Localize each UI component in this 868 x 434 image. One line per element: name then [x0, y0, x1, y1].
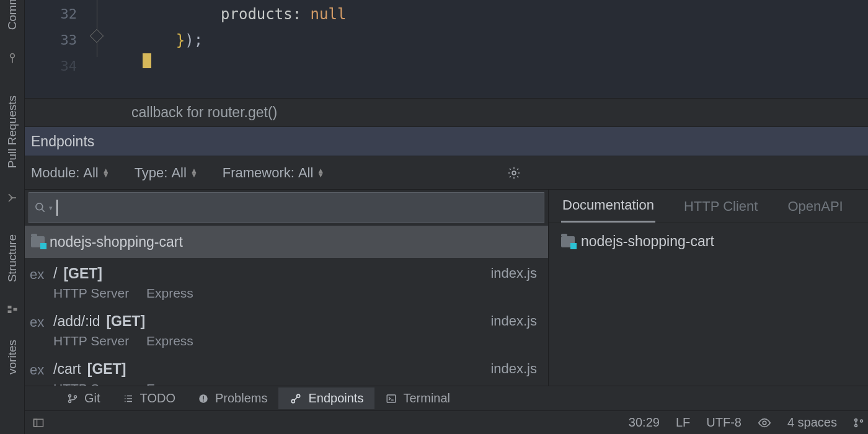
endpoint-method: [GET] — [63, 265, 102, 282]
endpoint-badge: ex — [30, 361, 50, 378]
svg-point-7 — [69, 400, 71, 402]
status-cursor-position[interactable]: 30:29 — [629, 415, 660, 430]
code-token-key: products: — [221, 6, 301, 23]
fold-marker-icon[interactable] — [90, 29, 104, 43]
endpoint-server: HTTP Server — [53, 286, 129, 300]
doc-project-name: nodejs-shopping-cart — [581, 233, 714, 250]
chevron-updown-icon: ▲▼ — [102, 169, 110, 177]
endpoint-method: [GET] — [106, 313, 145, 330]
endpoint-path: / — [53, 265, 57, 282]
svg-point-5 — [36, 203, 43, 210]
svg-rect-1 — [8, 306, 12, 309]
endpoint-server: HTTP Server — [53, 334, 129, 348]
editor-region: 32 33 34 products: null }); — [25, 0, 868, 98]
project-name: nodejs-shopping-cart — [50, 234, 183, 250]
tab-todo[interactable]: TODO — [112, 388, 187, 409]
endpoint-framework: Express — [146, 286, 193, 300]
git-branch-icon[interactable] — [853, 416, 864, 430]
svg-rect-2 — [8, 311, 12, 314]
bottom-tool-tabs: Git TODO Problems Endpoints — [25, 386, 868, 410]
endpoint-row[interactable]: ex /add/:id [GET] HTTP Server Express — [25, 306, 548, 353]
rail-item-pull-requests[interactable]: Pull Requests — [6, 95, 19, 168]
tab-documentation[interactable]: Documentation — [561, 190, 655, 223]
todo-list-icon — [123, 393, 134, 404]
endpoints-list: ex / [GET] HTTP Server Express index.j — [25, 258, 548, 386]
chevron-updown-icon: ▲▼ — [317, 169, 324, 177]
chevron-updown-icon: ▲▼ — [190, 169, 198, 177]
project-group-row[interactable]: nodejs-shopping-cart — [25, 226, 548, 258]
svg-rect-15 — [34, 419, 43, 427]
endpoint-row[interactable]: ex /cart [GET] HTTP Server Express ind — [25, 353, 548, 386]
tab-openapi[interactable]: OpenAPI — [786, 191, 844, 222]
status-eol[interactable]: LF — [676, 415, 690, 430]
filter-type[interactable]: Type: All ▲▼ — [135, 165, 198, 181]
filter-module[interactable]: Module: All ▲▼ — [31, 165, 110, 181]
search-icon — [34, 202, 46, 214]
endpoints-filter-bar: Module: All ▲▼ Type: All ▲▼ Framework: A… — [25, 156, 868, 190]
svg-rect-14 — [388, 395, 396, 402]
tab-git[interactable]: Git — [56, 388, 112, 409]
svg-point-0 — [11, 54, 15, 58]
svg-rect-10 — [203, 396, 204, 399]
git-branch-icon — [67, 393, 78, 404]
endpoint-row[interactable]: ex / [GET] HTTP Server Express index.j — [25, 258, 548, 306]
endpoint-badge: ex — [30, 313, 50, 330]
tab-terminal[interactable]: Terminal — [374, 388, 461, 409]
svg-rect-16 — [34, 419, 37, 427]
tab-problems[interactable]: Problems — [187, 388, 278, 409]
context-bar: callback for router.get() Endpoints — [25, 98, 868, 156]
doc-tabs: Documentation HTTP Client OpenAPI — [549, 190, 868, 223]
rail-item-favorites[interactable]: vorites — [6, 340, 19, 374]
line-number: 34 — [25, 53, 77, 79]
endpoints-icon — [290, 392, 302, 405]
code-editor[interactable]: products: null }); — [140, 0, 868, 98]
cursor-position-marker — [143, 53, 151, 68]
svg-point-17 — [763, 421, 766, 425]
search-input[interactable]: ▾ — [29, 192, 544, 223]
editor-gutter: 32 33 34 — [25, 0, 84, 98]
gear-icon[interactable] — [507, 166, 521, 180]
status-bar: 30:29 LF UTF-8 4 spaces — [25, 410, 868, 434]
endpoint-framework: Express — [146, 334, 193, 348]
doc-content: nodejs-shopping-cart — [549, 223, 868, 260]
endpoint-path: /cart — [53, 361, 81, 378]
tab-http-client[interactable]: HTTP Client — [683, 191, 759, 222]
svg-point-20 — [861, 420, 863, 422]
endpoint-server: HTTP Server — [53, 381, 129, 386]
endpoint-framework: Express — [146, 381, 193, 386]
endpoint-file: index.js — [490, 313, 537, 329]
context-hint: callback for router.get() — [131, 104, 277, 121]
rail-item-commit[interactable]: Commi — [6, 0, 19, 30]
documentation-panel: Documentation HTTP Client OpenAPI nodejs… — [549, 190, 868, 386]
endpoint-badge: ex — [30, 265, 50, 283]
tab-endpoints[interactable]: Endpoints — [278, 388, 374, 409]
inspection-eye-icon[interactable] — [758, 416, 771, 430]
tool-window-title[interactable]: Endpoints — [25, 126, 868, 156]
filter-framework[interactable]: Framework: All ▲▼ — [223, 165, 324, 181]
folder-icon — [561, 236, 575, 247]
endpoint-file: index.js — [490, 265, 537, 281]
svg-point-4 — [512, 171, 516, 175]
structure-icon — [7, 304, 18, 315]
svg-rect-3 — [14, 308, 17, 311]
svg-point-18 — [855, 418, 857, 421]
svg-rect-11 — [203, 401, 204, 402]
code-token-null: null — [311, 6, 347, 23]
endpoints-list-panel: ▾ nodejs-shopping-cart ex / [GET] — [25, 190, 549, 386]
terminal-icon — [386, 393, 397, 404]
commit-link-icon — [6, 52, 19, 64]
status-encoding[interactable]: UTF-8 — [706, 415, 742, 430]
endpoint-path: /add/:id — [53, 313, 100, 330]
left-tool-rail: Commi Pull Requests Structure vorites — [0, 0, 25, 434]
svg-point-8 — [74, 396, 77, 398]
folder-icon — [31, 236, 45, 247]
fold-gutter — [84, 0, 140, 98]
rail-item-structure[interactable]: Structure — [6, 234, 19, 282]
line-number: 32 — [25, 1, 77, 27]
problems-icon — [198, 393, 209, 404]
endpoint-method: [GET] — [87, 361, 126, 378]
tool-windows-icon[interactable] — [32, 417, 45, 429]
endpoint-file: index.js — [490, 361, 537, 377]
status-indent[interactable]: 4 spaces — [787, 415, 837, 430]
pull-request-icon — [7, 192, 18, 203]
